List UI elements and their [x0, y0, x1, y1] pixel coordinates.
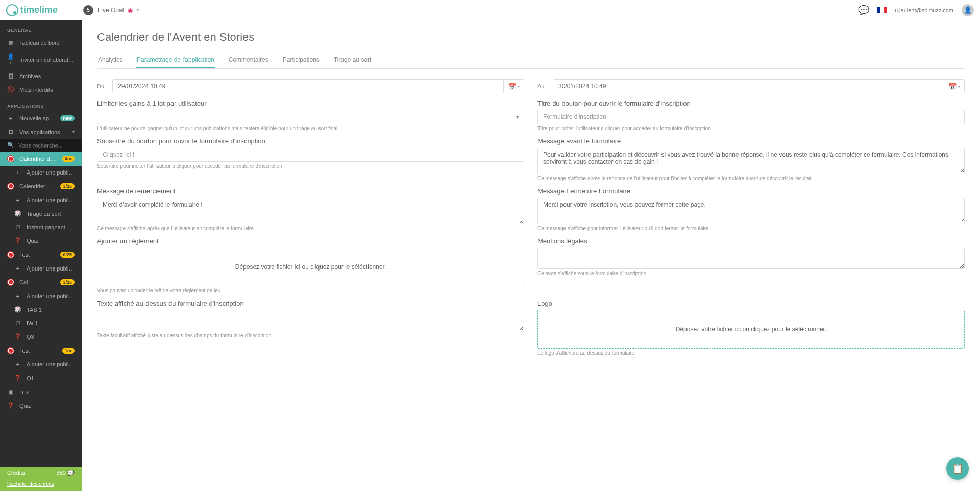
invite-icon: 👤+	[7, 53, 14, 66]
badge-new: new	[60, 115, 75, 121]
sidebar-app-1[interactable]: Calendrier de l'A...3/25	[0, 179, 82, 193]
tab-draw[interactable]: Tirage au sort	[333, 52, 373, 68]
group-logo: Logo Déposez votre fichier ici ou clique…	[537, 300, 965, 356]
help-button-title: Titre pour inciter l'utilisateur à cliqu…	[537, 126, 965, 131]
header: timelime 5 Five Goal ◉ ▾ 💬 u.jaulent@so-…	[0, 0, 980, 20]
archive-icon: 🗄	[7, 73, 14, 79]
sidebar-app-0[interactable]: Calendrier de l'A...0/∞	[0, 152, 82, 166]
textarea-msg-close[interactable]	[537, 198, 965, 224]
sidebar-item-invite[interactable]: 👤+Inviter un collaborateur	[0, 50, 82, 69]
sidebar-item-your-apps[interactable]: ⊞Vos applications▾	[0, 125, 82, 139]
sidebar-app-3-child-2[interactable]: ⏱IW 1	[0, 316, 82, 330]
sidebar-app-3[interactable]: Cal3/25	[0, 275, 82, 289]
input-button-title[interactable]	[537, 110, 965, 124]
page-title: Calendrier de l'Avent en Stories	[97, 31, 965, 44]
label-logo: Logo	[537, 300, 965, 307]
instagram-icon: ◉	[128, 7, 133, 14]
sidebar-app-5[interactable]: ▣Test	[0, 385, 82, 386]
input-date-from[interactable]	[112, 79, 504, 93]
help-rules: Vous pouvez uploader le pdf de votre règ…	[97, 288, 524, 293]
input-button-subtitle[interactable]	[97, 148, 524, 162]
sidebar-item-forbidden-words[interactable]: 🚫Mots interdits	[0, 83, 82, 96]
badge-count: 0/∞	[62, 156, 75, 162]
sidebar-app-3-child-0[interactable]: +Ajouter une publication	[0, 289, 82, 303]
badge-count: 1/∞	[62, 348, 75, 354]
user-avatar-icon[interactable]: 👤	[962, 4, 974, 16]
tab-participations[interactable]: Participations	[282, 52, 321, 68]
sidebar-app-4-child-1[interactable]: ❓Q1	[0, 371, 82, 385]
apps-icon: ⊞	[7, 129, 14, 135]
sidebar-app-2-child-0[interactable]: +Ajouter une publication	[0, 262, 82, 275]
flag-fr[interactable]	[877, 7, 887, 13]
sidebar-app-4-child-0[interactable]: +Ajouter une publication	[0, 358, 82, 371]
badge-count: 0/25	[60, 252, 75, 258]
form-grid: Du 📅▾ Au 📅▾ Limiter les gains à 1 lot pa…	[97, 79, 965, 356]
label-limit-gains: Limiter les gains à 1 lot par utilisateu…	[97, 100, 524, 107]
label-button-subtitle: Sous-titre du bouton pour ouvrir le form…	[97, 137, 524, 145]
group-msg-close: Message Fermeture Formulaire Ce message …	[537, 187, 965, 231]
textarea-msg-thanks[interactable]	[97, 198, 524, 224]
dropzone-logo[interactable]: Déposez votre fichier ici ou cliquez pou…	[537, 310, 965, 349]
input-date-to[interactable]	[553, 79, 944, 93]
logo[interactable]: timelime	[6, 4, 58, 16]
select-limit-gains[interactable]	[97, 110, 524, 124]
tab-config[interactable]: Paramétrage de l'application	[136, 52, 215, 68]
account-avatar: 5	[83, 5, 93, 15]
group-msg-thanks: Message de remerciement Ce message s'aff…	[97, 187, 524, 231]
help-text-above: Texte facultatif affiché juste au-dessus…	[97, 333, 524, 338]
tab-analytics[interactable]: Analytics	[97, 52, 124, 68]
label-du: Du	[97, 83, 107, 89]
sidebar-app-1-child-0[interactable]: +Ajouter une publication	[0, 193, 82, 207]
tab-comments[interactable]: Commentaires	[228, 52, 270, 68]
group-button-title: Titre du bouton pour ouvrir le formulair…	[537, 100, 965, 131]
label-au: Au	[537, 83, 548, 89]
sidebar-app-0-child-0[interactable]: +Ajouter une publication	[0, 166, 82, 179]
caret-down-icon: ▾	[137, 8, 139, 12]
label-msg-thanks: Message de remerciement	[97, 187, 524, 195]
group-button-subtitle: Sous-titre du bouton pour ouvrir le form…	[97, 137, 524, 181]
label-text-above: Texte affiché au-dessus du formulaire d'…	[97, 300, 524, 307]
sidebar-app-3-child-1[interactable]: 🎲TAS 1	[0, 303, 82, 316]
textarea-legal[interactable]	[537, 248, 965, 269]
sidebar-app-4[interactable]: Test1/∞	[0, 343, 82, 358]
label-rules: Ajouter un règlement	[97, 237, 524, 245]
sidebar-item-archives[interactable]: 🗄Archives	[0, 69, 82, 83]
dropzone-rules[interactable]: Déposez votre fichier ici ou cliquez pou…	[97, 248, 524, 286]
group-rules: Ajouter un règlement Déposez votre fichi…	[97, 237, 524, 293]
date-picker-button-from[interactable]: 📅▾	[504, 79, 524, 93]
header-right: 💬 u.jaulent@so-buzz.com 👤	[858, 4, 974, 16]
sidebar-app-1-child-2[interactable]: ⏱Instant gagnant	[0, 220, 82, 234]
group-msg-before: Message avant le formulaire Ce message s…	[537, 137, 965, 181]
help-msg-close: Ce message s'affiche pour informer l'uti…	[537, 226, 965, 231]
user-email: u.jaulent@so-buzz.com	[895, 7, 953, 13]
textarea-msg-before[interactable]	[537, 148, 965, 174]
help-legal: Ce texte s'affiche sous le formulaire d'…	[537, 271, 965, 276]
textarea-text-above[interactable]	[97, 310, 524, 331]
sidebar-search[interactable]: 🔍	[0, 139, 82, 152]
sidebar-section-apps: APPLICATIONS	[0, 96, 82, 112]
dashboard-icon: ▦	[7, 39, 14, 46]
chevron-down-icon: ▾	[72, 130, 75, 134]
logo-text: timelime	[20, 5, 58, 15]
group-limit-gains: Limiter les gains à 1 lot par utilisateu…	[97, 100, 524, 131]
account-selector[interactable]: 5 Five Goal ◉ ▾	[83, 5, 139, 15]
santa-icon	[7, 279, 14, 286]
date-picker-button-to[interactable]: 📅▾	[944, 79, 965, 93]
sidebar-app-2[interactable]: Test0/25	[0, 248, 82, 262]
label-legal: Mentions légales	[537, 237, 965, 245]
account-name: Five Goal	[97, 7, 124, 14]
chat-icon[interactable]: 💬	[858, 5, 869, 16]
sidebar-app-3-child-3[interactable]: ❓Q3	[0, 330, 82, 343]
santa-icon	[7, 155, 14, 162]
group-date-from: Du 📅▾	[97, 79, 524, 93]
sidebar-item-new-app[interactable]: +Nouvelle applicationnew	[0, 112, 82, 125]
sidebar-app-1-child-1[interactable]: 🎲Tirage au sort	[0, 207, 82, 220]
help-limit-gains: L'utilisateur ne pourra gagner qu'un lot…	[97, 126, 524, 131]
help-button-subtitle: Sous-titre pour inciter l'utilisateur à …	[97, 163, 524, 169]
santa-icon	[7, 183, 14, 190]
label-msg-before: Message avant le formulaire	[537, 137, 965, 145]
sidebar-app-1-child-3[interactable]: ❓Quiz	[0, 234, 82, 248]
label-button-title: Titre du bouton pour ouvrir le formulair…	[537, 100, 965, 107]
sidebar-item-dashboard[interactable]: ▦Tableau de bord	[0, 36, 82, 50]
sidebar-search-input[interactable]	[18, 142, 82, 149]
